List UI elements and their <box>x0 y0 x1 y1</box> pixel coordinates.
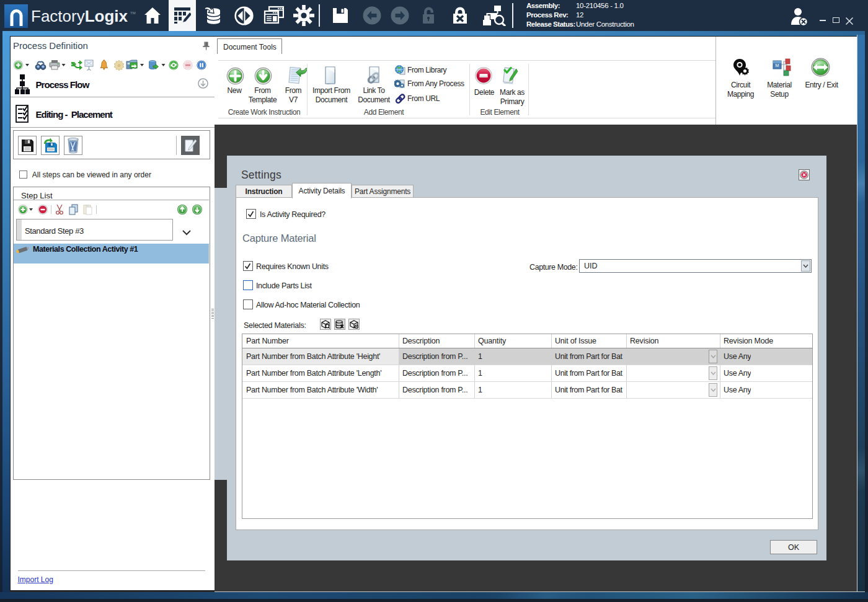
svg-text:M: M <box>776 63 779 68</box>
